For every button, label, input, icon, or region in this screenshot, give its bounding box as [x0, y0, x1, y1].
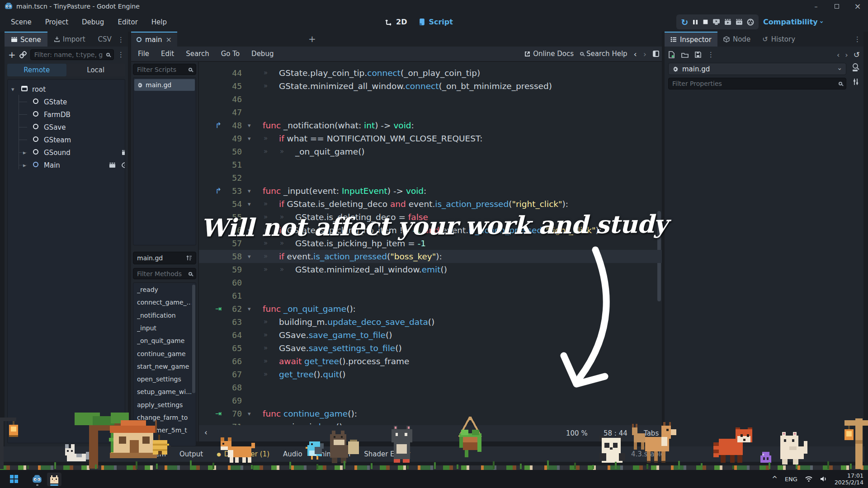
collapse-right-icon[interactable]: ▸ — [23, 162, 26, 169]
tree-row-gsteam[interactable]: GSteam — [8, 134, 125, 146]
menu-project[interactable]: Project — [41, 16, 73, 28]
stop-button[interactable] — [703, 19, 708, 25]
filter-properties-input[interactable]: Filter Properties — [668, 78, 846, 89]
bottom-tab-audio[interactable]: Audio — [283, 450, 302, 458]
collapse-right-icon[interactable]: ▸ — [23, 149, 26, 156]
history-back-button[interactable]: ‹ — [634, 49, 637, 59]
code-line[interactable]: 49▾»if what == NOTIFICATION_WM_CLOSE_REQ… — [199, 132, 662, 145]
fold-icon[interactable]: ▾ — [248, 197, 257, 211]
local-tab[interactable]: Local — [66, 64, 126, 76]
new-tab-button[interactable]: + — [308, 33, 316, 44]
property-tools-icon[interactable] — [852, 78, 859, 85]
tree-row-gsave[interactable]: GSave — [8, 121, 125, 133]
instance-scene-button[interactable] — [19, 51, 27, 58]
code-line[interactable]: 71»main_ui.show() — [199, 420, 662, 425]
scene-filter-input[interactable]: Filter: name, t:type, g — [30, 49, 114, 60]
code-line[interactable]: 50»»_on_quit_game() — [199, 145, 662, 158]
wifi-icon[interactable] — [805, 476, 813, 482]
method-item[interactable]: start_new_game — [137, 361, 191, 372]
method-item[interactable]: continue_game — [137, 348, 191, 360]
mode-script-button[interactable]: Script — [419, 18, 453, 26]
menu-editor[interactable]: Editor — [113, 16, 142, 28]
script-list-item[interactable]: main.gd — [134, 79, 195, 91]
close-tab-icon[interactable]: × — [165, 35, 171, 44]
script-tab-main[interactable]: main × — [131, 32, 177, 47]
inspector-menu-icon[interactable]: ⋮ — [854, 35, 861, 43]
inspector-history-icon[interactable]: ↺ — [854, 50, 860, 59]
scene-menu-icon[interactable]: ⋮ — [118, 51, 124, 59]
script-menu-search[interactable]: Search — [182, 49, 213, 59]
method-sort-box[interactable]: main.gd — [133, 252, 196, 264]
code-line[interactable]: 52 — [199, 171, 662, 184]
code-line[interactable]: 46 — [199, 93, 662, 106]
inspector-back-icon[interactable]: ‹ — [837, 51, 840, 59]
minimize-button[interactable]: – — [806, 0, 826, 12]
tab-csv[interactable]: CSV — [92, 32, 118, 47]
renderer-dropdown[interactable]: Compatibility › — [763, 12, 823, 32]
fold-icon[interactable]: ▾ — [248, 250, 257, 263]
method-item[interactable]: _input — [137, 322, 191, 334]
resource-menu-icon[interactable]: ⋮ — [708, 51, 714, 59]
code-line[interactable]: ⇥70▾func continue_game(): — [199, 407, 662, 420]
movie-maker-button[interactable] — [747, 19, 754, 26]
new-resource-icon[interactable] — [668, 51, 675, 58]
script-menu-edit[interactable]: Edit — [157, 49, 178, 59]
fold-icon[interactable]: ▾ — [248, 119, 257, 132]
open-docs-icon[interactable] — [852, 63, 860, 72]
tab-inspector[interactable]: Inspector — [665, 32, 717, 47]
load-resource-icon[interactable] — [681, 52, 689, 58]
pause-button[interactable] — [692, 19, 698, 25]
online-docs-button[interactable]: Online Docs — [524, 50, 574, 58]
code-line[interactable]: 51 — [199, 158, 662, 171]
script-menu-go-to[interactable]: Go To — [217, 49, 244, 59]
add-node-button[interactable]: + — [8, 49, 16, 60]
filter-scripts-input[interactable]: Filter Scripts — [133, 64, 196, 75]
method-item[interactable]: apply_settings — [137, 399, 191, 411]
tab-scene[interactable]: Scene — [5, 32, 47, 47]
remote-tab[interactable]: Remote — [7, 64, 66, 76]
method-item[interactable]: _ready — [137, 284, 191, 296]
code-line[interactable]: ↱53▾func _input(event: InputEvent) -> vo… — [199, 184, 662, 197]
menu-debug[interactable]: Debug — [77, 16, 108, 28]
method-item[interactable]: setup_game_wi... — [137, 386, 191, 398]
method-item[interactable]: open_settings — [137, 373, 191, 385]
tray-expand-icon[interactable]: ^ — [772, 475, 778, 483]
fold-icon[interactable]: ▾ — [248, 132, 257, 145]
taskbar-clock[interactable]: 17:01 2025/2/14 — [835, 472, 863, 486]
code-line[interactable]: 45»GState.minimized_all_window.connect(_… — [199, 80, 662, 93]
replay-button[interactable]: ↻ — [681, 17, 688, 27]
collapse-down-icon[interactable]: ▾ — [11, 86, 14, 93]
start-button[interactable] — [10, 475, 18, 483]
fold-icon[interactable]: ▾ — [248, 302, 257, 315]
history-forward-button[interactable]: › — [643, 49, 646, 59]
close-button[interactable]: × — [847, 0, 868, 12]
method-item[interactable]: _notification — [137, 310, 191, 321]
tree-row-gstate[interactable]: GState — [8, 96, 125, 108]
mode-2d-button[interactable]: 2D — [385, 18, 407, 26]
code-line[interactable]: ↱48▾func _notification(what: int) -> voi… — [199, 119, 662, 132]
tree-row-main[interactable]: ▸Main — [8, 159, 125, 171]
bottom-tab-output[interactable]: Output — [179, 450, 203, 458]
language-indicator[interactable]: ENG — [785, 476, 797, 483]
tab-history[interactable]: ↺ History — [756, 32, 801, 47]
methods-scrollbar[interactable] — [192, 285, 195, 393]
menu-scene[interactable]: Scene — [6, 16, 36, 28]
fold-icon[interactable]: ▾ — [248, 184, 257, 197]
save-icon[interactable] — [695, 52, 701, 58]
method-item[interactable]: connect_game_... — [137, 296, 191, 308]
play-custom-scene-button[interactable] — [736, 19, 743, 25]
menu-help[interactable]: Help — [147, 16, 171, 28]
taskbar-godot-icon[interactable] — [30, 473, 44, 486]
fold-icon[interactable]: ▾ — [248, 407, 257, 420]
play-scene-button[interactable] — [724, 19, 731, 25]
zoom-level[interactable]: 100 % — [566, 429, 588, 437]
code-line[interactable]: 54▾»if GState.is_deleting_deco and event… — [199, 197, 662, 211]
tree-row-gsound[interactable]: ▸GSound — [8, 146, 125, 159]
tree-row-farmdb[interactable]: FarmDB — [8, 108, 125, 121]
speaker-icon[interactable] — [820, 476, 827, 482]
filter-methods-input[interactable]: Filter Methods — [133, 268, 196, 279]
tab-import[interactable]: Import — [47, 32, 92, 47]
method-item[interactable]: _on_quit_game — [137, 335, 191, 347]
maximize-button[interactable] — [826, 0, 847, 12]
search-help-button[interactable]: Search Help — [580, 50, 627, 58]
